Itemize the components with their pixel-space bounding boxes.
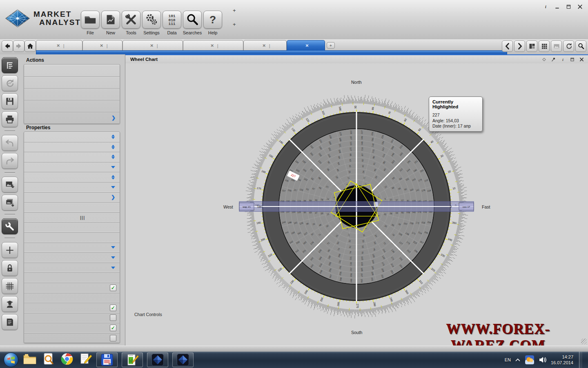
toolstrip-chart-type-button[interactable] [2,57,18,73]
resize-grip[interactable] [581,339,587,344]
property-row-date-ring-2[interactable] [24,253,120,263]
toolstrip-save-button[interactable] [2,93,18,109]
checkbox-checked[interactable]: ✓ [109,285,117,291]
tray-expand-icon[interactable] [515,358,521,362]
taskbar-market-analyst-button[interactable] [172,352,194,367]
expand-plus-top[interactable]: + [233,7,236,13]
taskbar-chrome-button[interactable] [60,352,74,367]
property-row-degree-layout[interactable] [24,182,120,193]
toolstrip-education-button[interactable] [2,296,18,312]
property-row-ring-2-angle[interactable] [24,233,120,243]
toolstrip-export-image-button[interactable] [2,177,18,193]
snapshot-button[interactable] [551,40,562,52]
toolstrip-wrench-button[interactable] [2,218,18,234]
property-row-price[interactable] [24,273,120,283]
date-control-bar[interactable]: мар 211800сен 17 [239,202,474,211]
toolstrip-grid-lines-button[interactable] [2,278,18,294]
toolstrip-undo-button[interactable] [2,135,18,151]
action-item-restore-default-settings[interactable] [24,88,120,100]
action-item-print-chart[interactable] [24,76,120,88]
property-row-show-planets[interactable] [24,313,120,323]
taskbar-search-button[interactable] [42,352,55,367]
weather-tray-icon[interactable] [525,355,535,365]
panel-info-button[interactable]: i [559,56,566,63]
property-row-show-background[interactable]: ✓ [24,303,120,313]
property-row-time-style[interactable] [24,263,120,273]
show-desktop-button[interactable] [579,352,582,368]
chevron-right-button[interactable] [514,40,525,52]
taskbar-chart-note-button[interactable] [122,352,143,367]
tab-close-icon[interactable]: ✕ [305,43,309,48]
new-tab-button[interactable]: + [327,42,335,49]
spinner-control[interactable] [109,175,117,180]
toolstrip-redo-button[interactable] [2,153,18,169]
clock[interactable]: 14:27 16.07.2014 [551,354,573,366]
spinner-control[interactable] [109,155,117,159]
toolstrip-export-images-button[interactable] [2,195,18,211]
forward-button[interactable] [13,40,24,52]
tab-eeft[interactable]: ✕| [82,40,122,51]
chevron-left-button[interactable] [502,40,513,52]
window-minimize-button[interactable] [553,2,561,11]
tab-close-icon[interactable]: ✕ [56,43,60,48]
slider-handle[interactable]: ||| [80,215,85,220]
action-item-clone-chart[interactable] [24,65,120,76]
grid-button[interactable] [539,40,550,52]
dropdown-chevron-icon[interactable] [109,184,117,191]
action-item-save-settings-as-default[interactable] [24,100,120,112]
spinner-control[interactable] [109,145,117,149]
checkbox-checked[interactable]: ✓ [109,325,117,331]
toolbar-button-tools[interactable]: Tools [121,11,141,35]
property-row-dates-direction[interactable] [24,162,120,173]
checkbox-unchecked[interactable] [109,335,117,341]
panes-button[interactable] [526,40,537,52]
panel-pin-button[interactable] [550,56,557,63]
tab-square-of-four[interactable]: ✕| [183,40,243,51]
home-button[interactable] [24,40,36,52]
tab-wheel[interactable]: ✕ [287,40,325,51]
magnifier-button[interactable] [575,40,586,52]
panel-diamond-button[interactable] [541,56,547,63]
toolstrip-plus-button[interactable] [2,242,18,258]
tab-eurusd[interactable]: ✕| [36,40,82,51]
property-row-stay-on-top[interactable] [24,333,120,343]
toolbar-button-settings[interactable]: Settings [141,11,162,35]
property-row-start-price[interactable] [24,142,120,153]
property-row-increment[interactable] [24,152,120,162]
property-row-selected-price[interactable] [24,172,120,182]
tab-close-icon[interactable]: ✕ [210,43,214,48]
toolstrip-news-button[interactable] [2,314,18,330]
volume-tray-icon[interactable] [539,356,547,364]
spinner-control[interactable] [109,135,117,139]
toolstrip-lock-button[interactable] [2,260,18,276]
property-row-show-help[interactable]: ✓ [24,283,120,293]
checkbox-checked[interactable]: ✓ [109,305,117,311]
property-row-date-control-link[interactable]: ✓ [24,323,120,333]
language-indicator[interactable]: EN [505,357,511,362]
toolstrip-print-button[interactable] [2,111,18,127]
panel-restore-button[interactable] [569,56,575,63]
toolbar-button-searches[interactable]: Searches [182,11,203,35]
property-row-view-angle[interactable] [24,293,120,303]
property-row-rings[interactable] [24,132,120,142]
tab-close-icon[interactable]: ✕ [262,43,265,48]
tab-close-icon[interactable]: ✕ [150,43,153,48]
dropdown-chevron-icon[interactable] [109,265,117,271]
tab-hexagon[interactable]: ✕| [243,40,287,51]
property-row-bar-angle[interactable] [24,202,120,213]
toolbar-button-file[interactable]: File [80,11,100,35]
taskbar-notepad-button[interactable] [79,352,92,367]
property-row-ring-1-angle[interactable] [24,222,120,233]
submenu-arrow-icon[interactable]: ❯ [109,194,117,200]
refresh-button[interactable] [563,40,574,52]
property-row-overlays[interactable]: ❯ [24,193,120,203]
toolbar-button-help[interactable]: ?Help [203,11,223,35]
toolbar-button-new[interactable]: New [100,11,121,35]
taskbar-market-analyst-button[interactable] [147,352,168,367]
toolbar-button-data[interactable]: 101010111Data [162,11,182,35]
dropdown-chevron-icon[interactable] [109,244,117,251]
tab-close-icon[interactable]: ✕ [100,43,103,48]
dropdown-chevron-icon[interactable] [109,164,117,171]
window-info-button[interactable]: i [541,2,550,11]
taskbar-floppy-64-button[interactable]: 64 [96,352,118,367]
